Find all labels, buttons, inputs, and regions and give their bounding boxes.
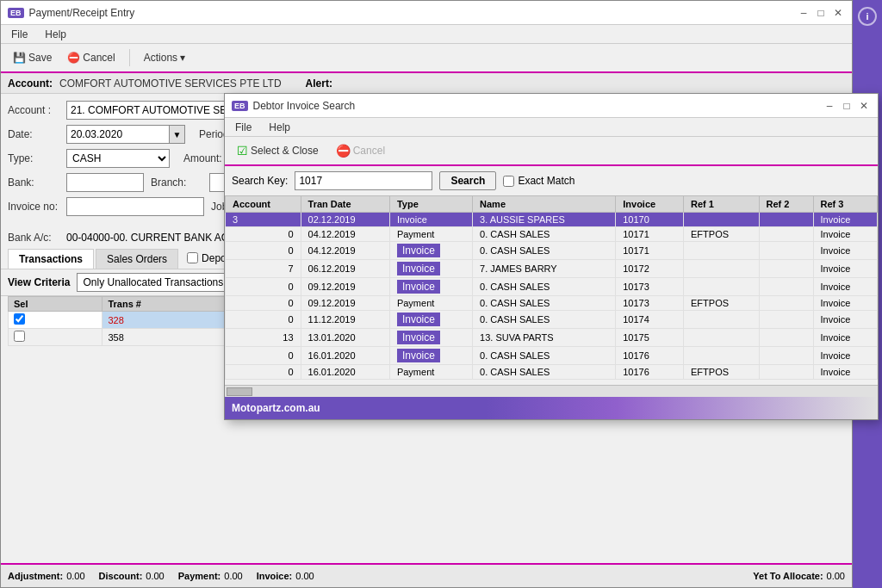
bank-ac-label: Bank A/c:	[8, 232, 59, 244]
type-invoice-badge: Invoice	[397, 244, 440, 257]
dialog-maximize-button[interactable]: □	[840, 99, 854, 113]
select-close-button[interactable]: ☑ Select & Close	[232, 142, 324, 159]
account-bar: Account: COMFORT AUTOMOTIVE SERVICES PTE…	[1, 73, 852, 94]
type-label: Type:	[8, 152, 59, 164]
search-area: Search Key: Search Exact Match	[225, 166, 878, 195]
horizontal-scrollbar[interactable]	[225, 385, 878, 397]
main-toolbar: 💾 Save ⛔ Cancel Actions ▾	[1, 44, 852, 73]
list-item[interactable]: 1313.01.2020Invoice13. SUVA PARTS10175In…	[226, 329, 878, 347]
dialog-title: Debtor Invoice Search	[253, 100, 356, 112]
calendar-button[interactable]: ▼	[170, 125, 185, 144]
main-window-title: Payment/Receipt Entry	[29, 7, 135, 19]
invoice-no-input[interactable]	[66, 197, 204, 216]
type-invoice-badge: Invoice	[397, 262, 440, 275]
discount-value: 0.00	[146, 571, 164, 581]
dialog-debtor-invoice-search: EB Debtor Invoice Search – □ ✕ File Help…	[224, 93, 879, 420]
dialog-minimize-button[interactable]: –	[823, 99, 836, 113]
date-input[interactable]	[66, 125, 170, 144]
dialog-menu-help[interactable]: Help	[265, 120, 294, 135]
list-item[interactable]: 011.12.2019Invoice0. CASH SALES10174Invo…	[226, 311, 878, 329]
bank-ac-value: 00-04000-00. CURRENT BANK AC	[66, 232, 229, 244]
rth-account: Account	[226, 196, 301, 213]
actions-button[interactable]: Actions ▾	[139, 50, 191, 65]
list-item[interactable]: 004.12.2019Payment0. CASH SALES10171EFTP…	[226, 227, 878, 242]
toolbar-separator	[129, 49, 130, 66]
list-item[interactable]: 016.01.2020Payment0. CASH SALES10176EFTP…	[226, 365, 878, 380]
branch-label: Branch:	[151, 176, 202, 189]
rth-invoice: Invoice	[616, 196, 684, 213]
type-invoice-badge: Invoice	[397, 349, 440, 362]
yet-to-allocate-label: Yet To Allocate:	[753, 571, 823, 581]
yet-to-allocate-value: 0.00	[827, 571, 845, 581]
menu-help[interactable]: Help	[41, 27, 70, 42]
dialog-bottom-text: Motopartz.com.au	[232, 402, 320, 414]
rth-type: Type	[389, 196, 472, 213]
account-bar-value: COMFORT AUTOMOTIVE SERVICES PTE LTD	[59, 77, 282, 90]
invoice-value: 0.00	[295, 571, 314, 581]
type-invoice-badge: Invoice	[397, 331, 440, 344]
dialog-toolbar: ☑ Select & Close ⛔ Cancel	[225, 137, 878, 166]
minimize-button[interactable]: –	[797, 6, 811, 20]
result-table: Account Tran Date Type Name Invoice Ref …	[225, 195, 878, 380]
rth-tran-date: Tran Date	[301, 196, 389, 213]
exact-match-label: Exact Match	[518, 175, 575, 187]
dialog-menu-file[interactable]: File	[232, 120, 255, 135]
account-field[interactable]	[66, 101, 239, 120]
accent-circle-1: i	[858, 7, 877, 26]
alert-label: Alert:	[306, 77, 332, 90]
payment-value: 0.00	[224, 571, 242, 581]
exact-match-checkbox[interactable]	[503, 176, 514, 187]
cancel-circle-icon: ⛔	[336, 144, 351, 158]
close-button[interactable]: ✕	[831, 6, 845, 20]
main-title-bar: EB Payment/Receipt Entry – □ ✕	[1, 1, 852, 25]
type-invoice-badge: Invoice	[397, 313, 440, 326]
search-button[interactable]: Search	[439, 171, 496, 190]
invoice-label: Invoice:	[257, 571, 293, 581]
list-item[interactable]: 009.12.2019Invoice0. CASH SALES10173Invo…	[226, 278, 878, 296]
maximize-button[interactable]: □	[814, 6, 828, 20]
list-item[interactable]: 004.12.2019Invoice0. CASH SALES10171Invo…	[226, 242, 878, 260]
row-select-checkbox[interactable]	[14, 313, 25, 325]
date-label: Date:	[8, 128, 59, 140]
type-select[interactable]: CASH	[66, 149, 170, 168]
result-table-wrapper[interactable]: Account Tran Date Type Name Invoice Ref …	[225, 195, 878, 385]
rth-ref3: Ref 3	[813, 196, 877, 213]
row-select-checkbox[interactable]	[14, 331, 25, 342]
save-button[interactable]: 💾 Save	[8, 50, 57, 65]
rth-ref1: Ref 1	[684, 196, 760, 213]
th-sel: Sel	[9, 297, 102, 312]
discount-label: Discount:	[99, 571, 143, 581]
cancel-button[interactable]: ⛔ Cancel	[62, 50, 120, 65]
menu-file[interactable]: File	[8, 27, 31, 42]
invoice-no-label: Invoice no:	[8, 201, 59, 213]
type-invoice-badge: Invoice	[397, 280, 440, 294]
bottom-bar: Adjustment: 0.00 Discount: 0.00 Payment:…	[1, 563, 852, 587]
checkmark-icon: ☑	[237, 144, 248, 158]
dialog-title-bar: EB Debtor Invoice Search – □ ✕	[225, 94, 878, 118]
save-icon: 💾	[13, 52, 26, 64]
dialog-bottom-bar: Motopartz.com.au	[225, 397, 878, 419]
tab-sales-orders[interactable]: Sales Orders	[96, 249, 178, 269]
account-field-label: Account :	[8, 104, 59, 116]
list-item[interactable]: 009.12.2019Payment0. CASH SALES10173EFTP…	[226, 296, 878, 311]
tab-transactions[interactable]: Transactions	[8, 249, 94, 269]
dialog-icon: EB	[232, 101, 248, 111]
main-menu-bar: File Help	[1, 25, 852, 44]
list-item[interactable]: 302.12.2019Invoice3. AUSSIE SPARES10170I…	[226, 213, 878, 227]
list-item[interactable]: 706.12.2019Invoice7. JAMES BARRY10172Inv…	[226, 260, 878, 278]
payment-label: Payment:	[178, 571, 221, 581]
dialog-menu-bar: File Help	[225, 118, 878, 137]
bank-label: Bank:	[8, 176, 59, 189]
search-input[interactable]	[295, 171, 432, 190]
list-item[interactable]: 016.01.2020Invoice0. CASH SALES10176Invo…	[226, 347, 878, 365]
main-window-icon: EB	[8, 8, 24, 18]
deposit-checkbox[interactable]	[187, 252, 198, 263]
view-criteria-label: View Criteria	[8, 276, 70, 288]
adjustment-label: Adjustment:	[8, 571, 63, 581]
scrollbar-thumb[interactable]	[227, 387, 252, 396]
search-key-label: Search Key:	[232, 175, 288, 187]
cancel-icon: ⛔	[67, 52, 80, 64]
bank-input[interactable]	[66, 173, 144, 192]
dialog-cancel-button[interactable]: ⛔ Cancel	[331, 142, 390, 159]
dialog-close-button[interactable]: ✕	[857, 99, 871, 113]
